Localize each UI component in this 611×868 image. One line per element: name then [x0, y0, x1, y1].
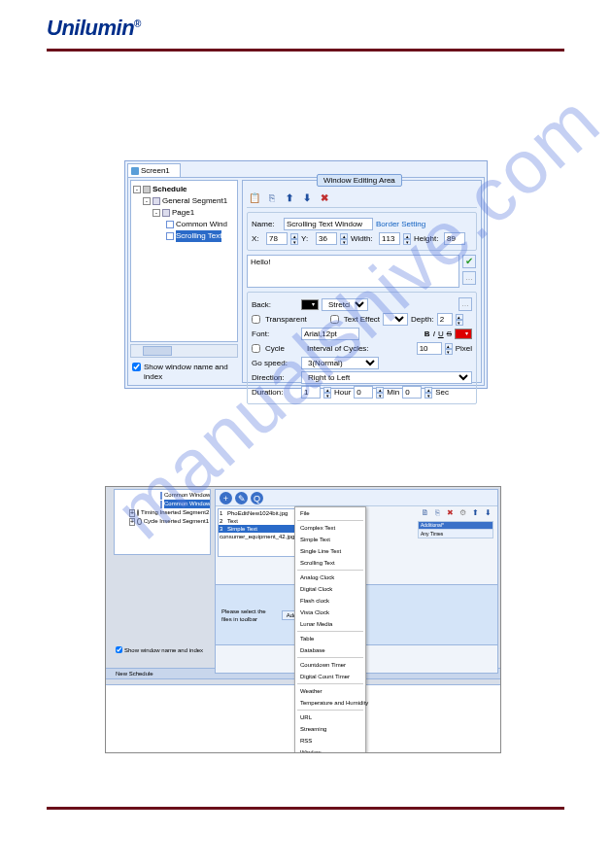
tree-hscrollbar[interactable] — [130, 344, 238, 358]
checkbox-icon[interactable] — [132, 363, 141, 371]
hour-input[interactable] — [301, 386, 321, 399]
menu-item[interactable]: File — [295, 507, 365, 519]
paste-icon[interactable]: 📋 — [249, 191, 260, 203]
show-window-name-checkbox[interactable]: Show window name and index — [132, 363, 236, 382]
search-button[interactable]: Q — [251, 492, 263, 504]
logo: Unilumin® — [47, 16, 141, 40]
menu-item[interactable]: Temperature and Humidity — [295, 697, 365, 709]
back-mode-select[interactable]: Stretch — [322, 298, 368, 311]
menu-item[interactable]: Digital Count Timer — [295, 671, 365, 682]
window-icon — [160, 501, 162, 508]
depth-input[interactable] — [437, 313, 453, 326]
delete-icon[interactable]: ✖ — [319, 191, 330, 203]
move-down-icon[interactable]: ⬇ — [483, 507, 493, 518]
expand-icon[interactable]: + — [129, 518, 135, 526]
cycle-icon — [137, 518, 142, 525]
font-input[interactable] — [301, 328, 359, 340]
font-color-swatch[interactable]: ▾ — [455, 329, 472, 339]
page-header: Unilumin® — [0, 0, 611, 45]
browse-button[interactable]: … — [458, 297, 472, 311]
menu-item[interactable]: Table — [295, 633, 365, 644]
spinner-icon[interactable]: ▴▾ — [424, 387, 432, 399]
height-input[interactable] — [444, 232, 465, 245]
back-color-swatch[interactable]: ▾ — [301, 299, 319, 310]
expand-icon[interactable]: - — [133, 186, 141, 193]
name-label: Name: — [252, 218, 281, 230]
confirm-button[interactable]: ✔ — [462, 255, 476, 268]
spinner-icon[interactable]: ▴▾ — [323, 387, 331, 399]
menu-item[interactable]: Vista Clock — [295, 607, 365, 618]
min-input[interactable] — [354, 386, 373, 399]
move-up-icon[interactable]: ⬆ — [284, 191, 295, 203]
tool-button[interactable]: ✎ — [235, 492, 248, 504]
cycle-checkbox[interactable] — [252, 344, 260, 353]
menu-item[interactable]: Weather — [295, 685, 365, 697]
text-content-area[interactable]: Hello! — [247, 255, 459, 288]
schedule-tree-2[interactable]: Common Window2 Common Window1 +Timing In… — [114, 489, 211, 555]
menu-item[interactable]: URL — [295, 712, 365, 723]
file-list[interactable]: 1PhoEditNew1024bit.jpg 2Text 3Simple Tex… — [218, 508, 295, 557]
menu-item[interactable]: Complex Text — [295, 522, 365, 534]
menu-item[interactable]: Digital Clock — [295, 583, 365, 595]
move-up-icon[interactable]: ⬆ — [470, 507, 481, 518]
spinner-icon[interactable]: ▴▾ — [340, 233, 348, 245]
move-down-icon[interactable]: ⬇ — [301, 191, 313, 203]
menu-item[interactable]: Analog Clock — [295, 572, 365, 583]
media-type-menu[interactable]: File Complex Text Simple Text Single Lin… — [294, 506, 366, 753]
width-input[interactable] — [379, 232, 400, 245]
y-input[interactable] — [316, 232, 337, 245]
spinner-icon[interactable]: ▴▾ — [290, 233, 298, 245]
x-input[interactable] — [266, 232, 288, 245]
expand-icon[interactable]: - — [143, 197, 151, 205]
spinner-icon[interactable]: ▴▾ — [376, 387, 384, 399]
more-button[interactable]: … — [462, 271, 476, 285]
menu-item[interactable]: Simple Text — [295, 534, 365, 545]
menu-item[interactable]: Single Line Text — [295, 545, 365, 557]
effect-select[interactable] — [383, 313, 408, 326]
transparent-label: Transparent — [265, 313, 307, 326]
pixel-label: Pixel — [456, 342, 472, 355]
copy-icon[interactable]: ⎘ — [432, 507, 443, 518]
duration-label: Duration: — [252, 386, 298, 399]
delete-icon[interactable]: ✖ — [445, 507, 456, 518]
tree-item-selected[interactable]: Common Window1 — [164, 500, 211, 508]
interval-input[interactable] — [417, 342, 442, 355]
italic-button[interactable]: I — [433, 328, 435, 340]
border-setting-link[interactable]: Border Setting — [376, 218, 425, 230]
menu-item[interactable]: Lunar Media — [295, 618, 365, 630]
expand-icon[interactable]: - — [153, 209, 160, 217]
spinner-icon[interactable]: ▴▾ — [456, 314, 463, 326]
screen-icon — [131, 167, 139, 175]
tab-screen1[interactable]: Screen1 — [127, 163, 181, 177]
speed-select[interactable]: 3(Normal) — [301, 357, 379, 369]
underline-button[interactable]: U — [438, 328, 444, 340]
speed-label: Go speed: — [252, 357, 298, 369]
schedule-tree[interactable]: -Schedule -General Segment1 -Page1 Commo… — [130, 180, 238, 342]
document-icon[interactable]: 🗎 — [420, 507, 430, 518]
menu-item[interactable]: Streaming — [295, 723, 365, 735]
menu-item[interactable]: Window — [295, 746, 365, 753]
menu-item[interactable]: Flash clock — [295, 595, 365, 607]
add-media-button[interactable]: + — [220, 492, 232, 504]
menu-item[interactable]: Scrolling Text — [295, 557, 365, 569]
text-effect-checkbox[interactable] — [330, 315, 339, 324]
show-window-name-checkbox-2[interactable]: Show window name and index — [116, 646, 209, 654]
editing-toolbar: 📋 ⎘ ⬆ ⬇ ✖ — [247, 184, 477, 208]
expand-icon[interactable]: + — [129, 509, 135, 517]
checkbox-icon[interactable] — [116, 646, 122, 653]
tree-item-selected[interactable]: Scrolling Text — [176, 230, 221, 242]
menu-item[interactable]: Database — [295, 644, 365, 656]
name-input[interactable] — [284, 218, 373, 230]
y-label: Y: — [301, 232, 313, 245]
menu-item[interactable]: Countdown Timer — [295, 659, 365, 671]
spinner-icon[interactable]: ▴▾ — [445, 343, 453, 355]
spinner-icon[interactable]: ▴▾ — [403, 233, 411, 245]
direction-select[interactable]: Right to Left — [301, 371, 472, 384]
gear-icon[interactable]: ⚙ — [458, 507, 468, 518]
transparent-checkbox[interactable] — [252, 315, 260, 324]
bold-button[interactable]: B — [424, 328, 430, 340]
sec-input[interactable] — [402, 386, 422, 399]
strike-button[interactable]: S — [447, 328, 452, 340]
copy-icon[interactable]: ⎘ — [266, 191, 278, 203]
menu-item[interactable]: RSS — [295, 735, 365, 746]
